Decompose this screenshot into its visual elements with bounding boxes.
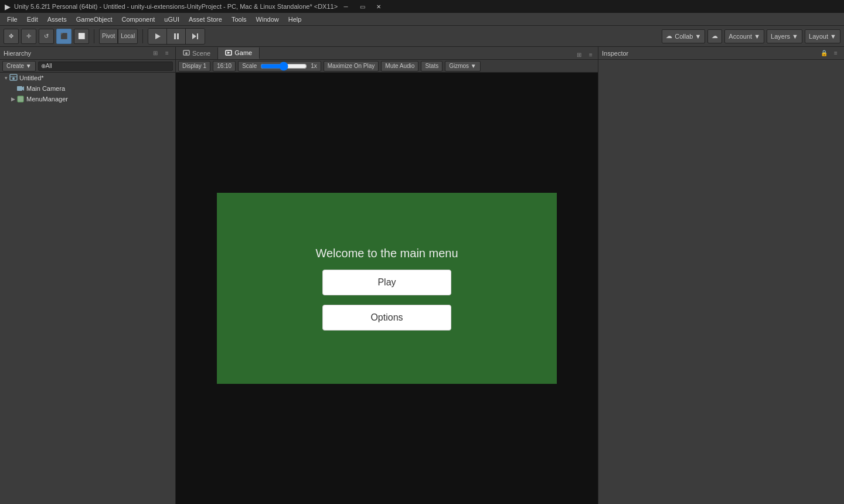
svg-marker-9 [22, 86, 24, 91]
letterbox-bottom [217, 384, 557, 504]
toolbar: ✥ ✛ ↺ ⬛ ⬜ Pivot Local ☁ Collab ▼ ☁ Accou… [0, 26, 844, 47]
pause-button[interactable] [167, 29, 186, 44]
svg-point-12 [185, 52, 188, 55]
window-title: Unity 5.6.2f1 Personal (64bit) - Untitle… [14, 3, 338, 10]
menu-window[interactable]: Window [251, 15, 284, 24]
menu-component[interactable]: Component [117, 15, 159, 24]
hierarchy-create-button[interactable]: Create ▼ [2, 61, 36, 71]
hierarchy-lock-icon[interactable]: ⊞ [151, 49, 160, 58]
center-lock-icon[interactable]: ⊞ [574, 50, 584, 59]
aspect-dropdown[interactable]: 16:10 [213, 61, 236, 71]
inspector-panel: Inspector 🔒 ≡ [598, 47, 844, 504]
stats-button[interactable]: Stats [421, 61, 443, 71]
pivot-local-group: Pivot Local [99, 29, 138, 44]
svg-marker-0 [155, 33, 161, 39]
step-button[interactable] [186, 29, 205, 44]
svg-rect-1 [174, 33, 176, 39]
rect-tool-button[interactable]: ⬜ [74, 29, 89, 44]
svg-marker-3 [192, 33, 196, 39]
move-tool-button[interactable]: ✛ [21, 29, 36, 44]
hierarchy-search-input[interactable] [38, 62, 173, 71]
menu-tools[interactable]: Tools [227, 15, 251, 24]
game-canvas: Welcome to the main menu Play Options [217, 193, 557, 384]
scale-slider[interactable] [260, 63, 307, 70]
svg-marker-14 [227, 52, 230, 54]
cloud-icon: ☁ [712, 32, 718, 40]
hierarchy-menumanager-item[interactable]: ▶ MenuManager [0, 94, 175, 104]
hierarchy-panel: Hierarchy ⊞ ≡ Create ▼ ▾ Untitled* [0, 47, 176, 504]
inspector-title: Inspector [602, 50, 819, 57]
hierarchy-menu-icon[interactable]: ≡ [162, 49, 172, 58]
layers-button[interactable]: Layers ▼ [767, 29, 802, 43]
menumanager-label: MenuManager [26, 96, 68, 103]
camera-arrow-icon [9, 86, 16, 91]
play-controls [148, 28, 205, 45]
close-button[interactable]: ✕ [370, 0, 387, 13]
hierarchy-scene-item[interactable]: ▾ Untitled* [0, 73, 175, 83]
local-button[interactable]: Local [118, 29, 138, 44]
menu-assets[interactable]: Assets [43, 15, 72, 24]
menu-gameobject[interactable]: GameObject [72, 15, 117, 24]
scene-arrow-icon: ▾ [2, 75, 9, 81]
maximize-button[interactable]: ▭ [354, 0, 370, 13]
svg-rect-2 [177, 33, 179, 39]
unity-logo-icon: ▶ [5, 2, 11, 11]
scale-label: Scale [242, 63, 257, 69]
main-area: Hierarchy ⊞ ≡ Create ▼ ▾ Untitled* [0, 47, 844, 504]
hierarchy-main-camera-item[interactable]: Main Camera [0, 83, 175, 94]
play-button[interactable] [148, 29, 167, 44]
play-game-button[interactable]: Play [322, 270, 451, 295]
menumanager-arrow-icon: ▶ [9, 96, 16, 102]
center-panel: Scene Game ⊞ ≡ Display 1 16:10 Scale 1x [176, 47, 598, 504]
cloud-button[interactable]: ☁ [707, 29, 722, 43]
game-view: Welcome to the main menu Play Options [176, 73, 598, 504]
svg-rect-4 [197, 33, 198, 39]
collab-button[interactable]: ☁ Collab ▼ [662, 29, 705, 43]
svg-rect-8 [17, 86, 22, 91]
inspector-lock-icon[interactable]: 🔒 [819, 49, 829, 58]
minimize-button[interactable]: ─ [338, 0, 354, 13]
camera-icon [16, 84, 25, 93]
menu-help[interactable]: Help [284, 15, 307, 24]
menu-assetstore[interactable]: Asset Store [184, 15, 227, 24]
center-panel-icons: ⊞ ≡ [574, 50, 595, 59]
pivot-button[interactable]: Pivot [99, 29, 118, 44]
toolbar-separator-1 [94, 29, 94, 43]
welcome-text: Welcome to the main menu [315, 247, 458, 260]
account-button[interactable]: Account ▼ [724, 29, 764, 43]
letterbox-left [176, 73, 217, 504]
inspector-header-icons: 🔒 ≡ [819, 49, 840, 58]
hierarchy-header: Hierarchy ⊞ ≡ [0, 47, 175, 60]
layout-button[interactable]: Layout ▼ [805, 29, 840, 43]
display-dropdown[interactable]: Display 1 [178, 61, 210, 71]
scale-value: 1x [311, 63, 317, 69]
inspector-menu-icon[interactable]: ≡ [831, 49, 840, 58]
toolbar-right: ☁ Collab ▼ ☁ Account ▼ Layers ▼ Layout ▼ [662, 29, 840, 43]
scale-tool-button[interactable]: ⬛ [56, 29, 72, 44]
game-tab-icon [225, 49, 232, 56]
game-toolbar: Display 1 16:10 Scale 1x Maximize On Pla… [176, 60, 598, 73]
rotate-tool-button[interactable]: ↺ [39, 29, 54, 44]
collab-icon: ☁ [666, 32, 672, 40]
options-game-button[interactable]: Options [322, 305, 451, 331]
menu-file[interactable]: File [2, 15, 22, 24]
letterbox-right [557, 73, 598, 504]
hierarchy-toolbar: Create ▼ [0, 60, 175, 73]
title-bar: ▶ Unity 5.6.2f1 Personal (64bit) - Untit… [0, 0, 844, 13]
maximize-on-play-button[interactable]: Maximize On Play [324, 61, 379, 71]
scene-tab[interactable]: Scene [176, 47, 218, 59]
scene-icon [9, 74, 18, 82]
gizmos-dropdown[interactable]: Gizmos ▼ [445, 61, 481, 71]
game-tab[interactable]: Game [218, 47, 260, 59]
menu-ugui[interactable]: uGUI [159, 15, 184, 24]
inspector-header: Inspector 🔒 ≡ [598, 47, 844, 60]
mute-audio-button[interactable]: Mute Audio [381, 61, 418, 71]
hierarchy-title: Hierarchy [4, 50, 151, 57]
main-camera-label: Main Camera [26, 85, 65, 92]
menu-edit[interactable]: Edit [22, 15, 43, 24]
scale-control[interactable]: Scale 1x [238, 61, 321, 71]
hand-tool-button[interactable]: ✥ [4, 29, 19, 44]
menu-bar: File Edit Assets GameObject Component uG… [0, 13, 844, 26]
scene-label: Untitled* [19, 74, 44, 81]
center-menu-icon[interactable]: ≡ [586, 50, 595, 59]
